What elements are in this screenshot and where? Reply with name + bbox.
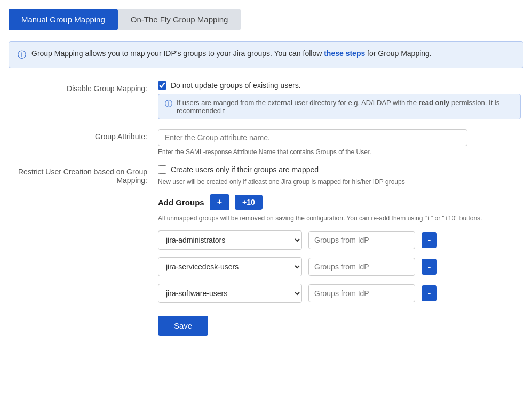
remove-group-button-3[interactable]: - xyxy=(422,285,437,301)
group-attribute-input[interactable] xyxy=(158,129,467,146)
unmapped-note: All unmapped groups will be removed on s… xyxy=(158,214,523,222)
remove-group-button-2[interactable]: - xyxy=(422,259,437,275)
disable-group-mapping-checkbox[interactable] xyxy=(158,81,166,90)
group-attribute-label: Group Attribute: xyxy=(9,129,158,156)
save-button-row: Save xyxy=(158,316,523,336)
save-button[interactable]: Save xyxy=(158,316,208,336)
group-mapping-row: jira-administrators jira-servicedesk-use… xyxy=(158,257,523,276)
idp-groups-input-3[interactable] xyxy=(308,284,415,302)
restrict-checkbox-row: Create users only if their groups are ma… xyxy=(158,165,523,174)
add-bulk-groups-button[interactable]: +10 xyxy=(235,195,263,210)
sub-info-icon: ⓘ xyxy=(165,99,172,109)
info-banner-text: Group Mapping allows you to map your IDP… xyxy=(31,48,432,59)
idp-groups-input-1[interactable] xyxy=(308,231,415,249)
group-mapping-row: jira-administrators jira-servicedesk-use… xyxy=(158,230,523,250)
remove-group-button-1[interactable]: - xyxy=(422,232,437,248)
add-group-button[interactable]: + xyxy=(210,194,229,210)
disable-checkbox-row: Do not update groups of existing users. xyxy=(158,81,523,90)
disable-group-mapping-content: Do not update groups of existing users. … xyxy=(158,81,523,119)
disable-group-mapping-checkbox-label: Do not update groups of existing users. xyxy=(171,81,301,90)
restrict-user-creation-content: Create users only if their groups are ma… xyxy=(158,165,523,336)
group-attribute-help-text: Enter the SAML-response Attribute Name t… xyxy=(158,148,523,156)
group-attribute-content: Enter the SAML-response Attribute Name t… xyxy=(158,129,523,156)
restrict-user-creation-help-text: New user will be created only if atleast… xyxy=(158,178,523,186)
restrict-user-creation-row: Restrict User Creation based on Group Ma… xyxy=(9,165,523,336)
jira-group-select-3[interactable]: jira-administrators jira-servicedesk-use… xyxy=(158,284,302,303)
tabs-container: Manual Group Mapping On-The Fly Group Ma… xyxy=(9,9,523,30)
jira-group-select-1[interactable]: jira-administrators jira-servicedesk-use… xyxy=(158,230,302,250)
info-icon: ⓘ xyxy=(18,49,26,61)
disable-group-mapping-sub-info: ⓘ If users are manged from the external … xyxy=(158,94,521,119)
disable-group-mapping-label: Disable Group Mapping: xyxy=(9,81,158,119)
group-attribute-row: Group Attribute: Enter the SAML-response… xyxy=(9,129,523,156)
group-mapping-row: jira-administrators jira-servicedesk-use… xyxy=(158,284,523,303)
these-steps-link[interactable]: these steps xyxy=(324,49,365,58)
tab-manual-group-mapping[interactable]: Manual Group Mapping xyxy=(9,9,118,30)
disable-group-mapping-row: Disable Group Mapping: Do not update gro… xyxy=(9,81,523,119)
add-groups-row: Add Groups + +10 xyxy=(158,194,523,210)
idp-groups-input-2[interactable] xyxy=(308,258,415,276)
group-mappings-container: jira-administrators jira-servicedesk-use… xyxy=(158,230,523,303)
tab-on-the-fly-group-mapping[interactable]: On-The Fly Group Mapping xyxy=(118,9,241,30)
add-groups-label: Add Groups xyxy=(158,198,204,207)
restrict-user-creation-label: Restrict User Creation based on Group Ma… xyxy=(9,165,158,336)
restrict-user-creation-checkbox[interactable] xyxy=(158,165,166,174)
jira-group-select-2[interactable]: jira-administrators jira-servicedesk-use… xyxy=(158,257,302,276)
info-banner: ⓘ Group Mapping allows you to map your I… xyxy=(9,41,523,68)
restrict-user-creation-checkbox-label: Create users only if their groups are ma… xyxy=(171,165,319,174)
sub-info-text: If users are manged from the external us… xyxy=(177,99,514,115)
